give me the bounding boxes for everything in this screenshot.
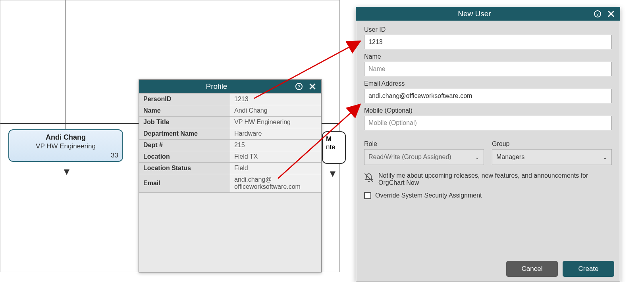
- profile-field-value: Field: [230, 163, 321, 174]
- table-row: Location StatusField: [139, 163, 321, 174]
- expand-children-icon[interactable]: ▼: [62, 167, 71, 176]
- orgchart-canvas: Andi Chang VP HW Engineering 33 ▼ M nte …: [0, 0, 340, 272]
- role-label: Role: [364, 140, 484, 148]
- close-icon[interactable]: [606, 9, 616, 19]
- profile-table: PersonID1213 NameAndi Chang Job TitleVP …: [139, 93, 321, 193]
- profile-panel: Profile ? PersonID1213 NameAndi Chang Jo…: [139, 79, 322, 272]
- profile-field-label: PersonID: [139, 94, 230, 105]
- expand-children-icon[interactable]: ▼: [328, 169, 337, 178]
- profile-field-label: Dept #: [139, 140, 230, 151]
- profile-field-value: Andi Chang: [230, 105, 321, 117]
- profile-field-value: 1213: [230, 94, 321, 105]
- new-user-header: New User ?: [356, 7, 620, 21]
- override-row[interactable]: Override System Security Assignment: [364, 192, 612, 199]
- override-label: Override System Security Assignment: [375, 192, 482, 199]
- dialog-footer: Cancel Create: [506, 261, 614, 277]
- chart-connector-vertical: [66, 0, 66, 129]
- org-card-partial[interactable]: M nte: [322, 131, 346, 164]
- chevron-down-icon: ⌄: [603, 154, 607, 160]
- name-label: Name: [364, 53, 612, 60]
- profile-field-label: Department Name: [139, 128, 230, 140]
- org-card-name: Andi Chang: [14, 133, 118, 142]
- name-input[interactable]: [364, 62, 612, 76]
- table-row: Emailandi.chang@ officeworksoftware.com: [139, 174, 321, 193]
- group-select-value: Managers: [496, 153, 524, 161]
- org-card[interactable]: Andi Chang VP HW Engineering 33: [8, 129, 123, 162]
- profile-field-label: Email: [139, 174, 230, 193]
- table-row: NameAndi Chang: [139, 105, 321, 117]
- email-input[interactable]: [364, 89, 612, 103]
- user-id-label: User ID: [364, 26, 612, 33]
- org-card-name: M: [326, 135, 342, 143]
- role-select[interactable]: Read/Write (Group Assigned) ⌄: [364, 149, 484, 165]
- profile-field-label: Name: [139, 105, 230, 117]
- org-card-title: VP HW Engineering: [14, 142, 118, 150]
- help-icon[interactable]: ?: [593, 9, 602, 19]
- profile-field-value: Field TX: [230, 151, 321, 163]
- table-row: Department NameHardware: [139, 128, 321, 140]
- svg-text:?: ?: [298, 84, 300, 90]
- org-card-count: 33: [111, 152, 118, 159]
- close-icon[interactable]: [308, 82, 317, 91]
- table-row: PersonID1213: [139, 94, 321, 105]
- create-button[interactable]: Create: [563, 261, 614, 277]
- override-checkbox[interactable]: [364, 192, 371, 199]
- user-id-input[interactable]: [364, 35, 612, 49]
- profile-field-value: 215: [230, 140, 321, 151]
- chevron-down-icon: ⌄: [475, 154, 480, 160]
- mobile-input[interactable]: [364, 116, 612, 130]
- svg-text:?: ?: [596, 11, 599, 17]
- dialog-body: User ID Name Email Address Mobile (Optio…: [356, 21, 620, 205]
- profile-title: Profile: [143, 82, 290, 91]
- cancel-button[interactable]: Cancel: [506, 261, 558, 277]
- table-row: LocationField TX: [139, 151, 321, 163]
- mobile-label: Mobile (Optional): [364, 107, 612, 114]
- table-row: Job TitleVP HW Engineering: [139, 117, 321, 128]
- group-label: Group: [492, 140, 612, 148]
- profile-field-value: Hardware: [230, 128, 321, 140]
- table-row: Dept #215: [139, 140, 321, 151]
- email-label: Email Address: [364, 80, 612, 87]
- profile-field-value: andi.chang@ officeworksoftware.com: [230, 174, 321, 193]
- notify-toggle-row[interactable]: Notify me about upcoming releases, new f…: [364, 172, 612, 186]
- org-card-title: nte: [326, 143, 342, 151]
- dialog-title: New User: [360, 10, 589, 18]
- bell-off-icon: [364, 173, 374, 184]
- group-select[interactable]: Managers ⌄: [492, 149, 612, 165]
- notify-text: Notify me about upcoming releases, new f…: [378, 172, 612, 186]
- new-user-dialog: New User ? User ID Name Email Address Mo…: [356, 7, 620, 282]
- profile-header: Profile ?: [139, 80, 321, 93]
- profile-field-label: Location Status: [139, 163, 230, 174]
- profile-field-value: VP HW Engineering: [230, 117, 321, 128]
- profile-field-label: Location: [139, 151, 230, 163]
- role-select-value: Read/Write (Group Assigned): [368, 153, 451, 161]
- help-icon[interactable]: ?: [294, 82, 304, 91]
- profile-field-label: Job Title: [139, 117, 230, 128]
